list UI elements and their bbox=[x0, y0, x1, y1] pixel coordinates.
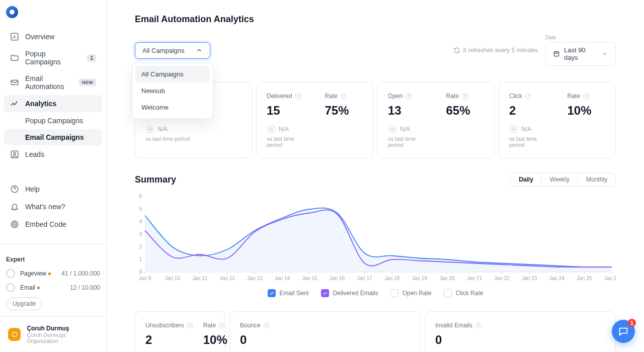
logo[interactable] bbox=[0, 0, 106, 24]
help-icon[interactable]: ? bbox=[406, 93, 412, 99]
legend-email-sent[interactable]: Email Sent bbox=[268, 289, 309, 297]
nav-help-label: Help bbox=[25, 185, 40, 193]
help-icon[interactable]: ? bbox=[525, 93, 531, 99]
help-icon[interactable]: ? bbox=[264, 322, 270, 328]
pageview-row: Pageview 41 / 1.000.000 bbox=[6, 269, 100, 278]
kpi-value: 15 bbox=[267, 104, 305, 118]
kpi-sub: vs last time period bbox=[388, 136, 426, 148]
period-monthly-button[interactable]: Monthly bbox=[578, 173, 615, 186]
svg-point-3 bbox=[14, 152, 16, 155]
kpi-label: Rate bbox=[203, 322, 216, 329]
svg-text:Jan 25: Jan 25 bbox=[577, 276, 592, 281]
campaign-dropdown: All Campaigns Newsub Welcome bbox=[132, 62, 213, 119]
nav-leads[interactable]: Leads bbox=[4, 146, 102, 163]
svg-text:Jan 26: Jan 26 bbox=[604, 276, 616, 281]
svg-rect-8 bbox=[13, 332, 17, 336]
kpi-sub: vs last time period bbox=[509, 136, 547, 148]
delta-na: N/A bbox=[400, 126, 410, 133]
kpi-card-delivered: Delivered? 15 →N/A vs last time period R… bbox=[256, 82, 373, 158]
svg-text:5: 5 bbox=[139, 206, 142, 212]
chart-bar-icon bbox=[10, 32, 19, 41]
svg-text:0: 0 bbox=[139, 269, 142, 275]
period-daily-button[interactable]: Daily bbox=[511, 173, 542, 186]
main-nav: Overview Popup Campaigns 1 Email Automat… bbox=[0, 24, 106, 177]
chat-badge: 1 bbox=[628, 319, 636, 327]
chat-button[interactable]: 1 bbox=[612, 320, 635, 343]
kpi-label: Unsubscribers bbox=[145, 322, 184, 329]
kpi-label: Rate bbox=[325, 93, 338, 100]
svg-text:Jan 19: Jan 19 bbox=[412, 276, 428, 281]
kpi-card-invalid: Invalid Emails? 0 →N/A vs last time peri… bbox=[425, 311, 616, 352]
expert-title: Expert bbox=[6, 256, 100, 263]
campaign-select-trigger[interactable]: All Campaigns bbox=[135, 42, 210, 59]
kpi-sub: vs last time period bbox=[267, 136, 305, 148]
help-icon[interactable]: ? bbox=[219, 322, 225, 328]
kpi-value: 2 bbox=[145, 333, 193, 347]
nav-email-automations[interactable]: Email Automations NEW bbox=[4, 70, 102, 95]
arrow-right-icon: → bbox=[145, 125, 154, 134]
nav-sub-popup[interactable]: Popup Campaigns bbox=[4, 113, 102, 129]
kpi-value: 13 bbox=[388, 104, 426, 118]
email-value: 12 / 10.000 bbox=[70, 284, 100, 291]
delta-na: N/A bbox=[157, 126, 168, 133]
refresh-icon bbox=[453, 47, 460, 54]
user-section[interactable]: Çoruh Durmuş Çoruh Durmuşs' Organization bbox=[0, 316, 106, 352]
kpi-label: Bounce bbox=[240, 322, 261, 329]
summary-header: Summary Daily Weekly Monthly bbox=[135, 172, 616, 187]
kpi-value: 75% bbox=[325, 104, 363, 118]
nav-embed-code[interactable]: Embed Code bbox=[4, 216, 102, 233]
expert-section: Expert Pageview 41 / 1.000.000 Email 12 … bbox=[0, 250, 106, 316]
legend-open-rate[interactable]: Open Rate bbox=[390, 289, 432, 297]
period-toggle: Daily Weekly Monthly bbox=[510, 172, 616, 187]
chat-icon bbox=[618, 326, 629, 337]
checkbox-unchecked-icon bbox=[390, 289, 398, 297]
help-icon[interactable]: ? bbox=[462, 93, 468, 99]
svg-text:Jan 21: Jan 21 bbox=[467, 276, 482, 281]
help-icon[interactable]: ? bbox=[583, 93, 589, 99]
help-icon[interactable]: ? bbox=[341, 93, 347, 99]
nav-overview[interactable]: Overview bbox=[4, 28, 102, 45]
campaign-select: All Campaigns All Campaigns Newsub Welco… bbox=[135, 42, 210, 59]
campaign-option-welcome[interactable]: Welcome bbox=[135, 99, 210, 116]
svg-text:3: 3 bbox=[139, 231, 142, 237]
upgrade-button[interactable]: Upgrade bbox=[6, 297, 42, 310]
kpi-card-open: Open? 13 →N/A vs last time period Rate? … bbox=[377, 82, 495, 158]
checkbox-checked-icon bbox=[268, 289, 276, 297]
arrow-right-icon: → bbox=[509, 125, 518, 134]
legend-click-rate[interactable]: Click Rate bbox=[444, 289, 484, 297]
campaign-select-value: All Campaigns bbox=[142, 47, 185, 54]
summary-title: Summary bbox=[135, 174, 176, 185]
kpi-sub: vs last time period bbox=[145, 136, 242, 142]
nav-email-auto-label: Email Automations bbox=[25, 74, 73, 91]
kpi-card-unsub: Unsubscribers? 2 →N/A vs last time perio… bbox=[135, 311, 225, 352]
nav-whats-new[interactable]: What's new? bbox=[4, 198, 102, 215]
svg-text:Jan 9: Jan 9 bbox=[139, 276, 151, 281]
nav-analytics[interactable]: Analytics bbox=[4, 95, 102, 112]
campaign-option-all[interactable]: All Campaigns bbox=[135, 66, 210, 82]
kpi-card-bounce: Bounce? 0 →N/A vs last time period bbox=[229, 311, 421, 352]
legend-delivered[interactable]: Delivered Emails bbox=[321, 289, 378, 297]
help-icon[interactable]: ? bbox=[295, 93, 301, 99]
nav-sub-email[interactable]: Email Campaigns bbox=[4, 129, 102, 145]
avatar bbox=[8, 328, 21, 341]
divider bbox=[0, 243, 106, 244]
email-row: Email 12 / 10.000 bbox=[6, 283, 100, 292]
period-weekly-button[interactable]: Weekly bbox=[542, 173, 578, 186]
svg-text:1: 1 bbox=[139, 256, 142, 262]
nav-help[interactable]: Help bbox=[4, 181, 102, 198]
date-select[interactable]: Last 90 days bbox=[545, 42, 616, 66]
help-icon[interactable]: ? bbox=[475, 322, 481, 328]
help-icon[interactable]: ? bbox=[187, 322, 193, 328]
folder-icon bbox=[10, 53, 19, 62]
kpi-label: Delivered bbox=[267, 93, 292, 100]
kpi-label: Open bbox=[388, 93, 403, 100]
svg-text:Jan 23: Jan 23 bbox=[522, 276, 537, 281]
campaign-option-newsub[interactable]: Newsub bbox=[135, 82, 210, 99]
svg-text:Jan 11: Jan 11 bbox=[192, 276, 208, 281]
svg-rect-9 bbox=[554, 52, 558, 56]
kpi-label: Rate bbox=[568, 93, 580, 100]
email-label: Email bbox=[20, 284, 40, 291]
nav-popup-campaigns[interactable]: Popup Campaigns 1 bbox=[4, 46, 102, 70]
progress-circle-icon bbox=[6, 283, 15, 292]
bell-icon bbox=[10, 202, 19, 211]
